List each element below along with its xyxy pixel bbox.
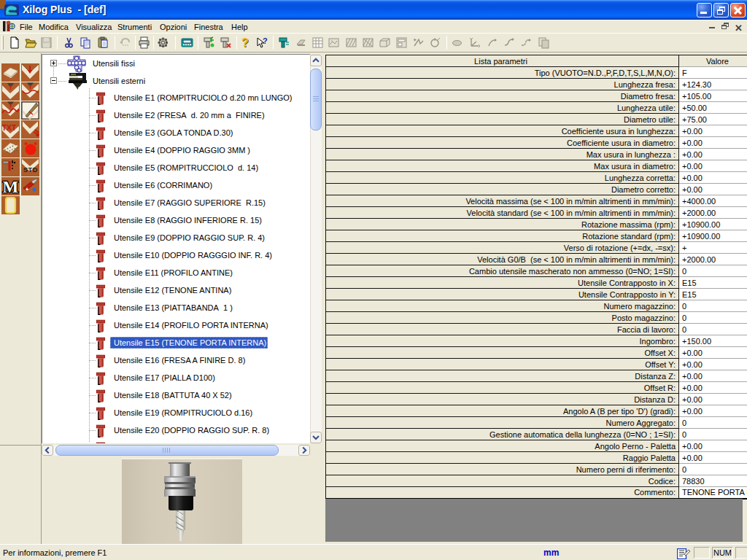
svg-text:STD: STD bbox=[23, 166, 38, 174]
svg-text:M: M bbox=[3, 178, 19, 195]
svg-text:?: ? bbox=[263, 36, 268, 45]
svg-text:TXT: TXT bbox=[2, 123, 17, 132]
